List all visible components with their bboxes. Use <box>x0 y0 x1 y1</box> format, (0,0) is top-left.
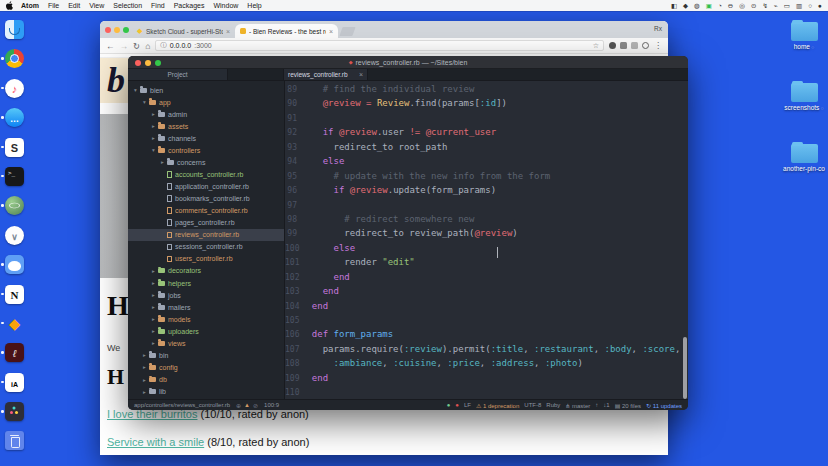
code-line-109[interactable]: 109 end <box>285 371 688 385</box>
status-item[interactable]: LF <box>464 402 471 408</box>
menubar-status-icon[interactable]: ● <box>818 0 822 11</box>
tree-item-lib[interactable]: ▸lib <box>128 386 284 398</box>
code-line-106[interactable]: 106 def form_params <box>285 327 688 341</box>
dock-color-picker[interactable] <box>5 402 24 421</box>
tree-item-pages_controller.rb[interactable]: pages_controller.rb <box>128 217 284 229</box>
browser-tab-bar[interactable]: ◆Sketch Cloud - superHi-Store×- Bien Rev… <box>100 21 668 38</box>
code-line-104[interactable]: 104 end <box>285 299 688 313</box>
tree-item-accounts_controller.rb[interactable]: accounts_controller.rb <box>128 168 284 180</box>
menu-file[interactable]: File <box>48 2 59 9</box>
status-item[interactable]: UTF-8 <box>524 402 541 408</box>
reload-button[interactable]: ↻ <box>133 38 140 54</box>
code-line-90[interactable]: 90 @review = Review.find(params[:id]) <box>285 96 688 110</box>
editor-close-button[interactable] <box>135 60 141 66</box>
menu-atom[interactable]: Atom <box>21 2 39 9</box>
code-line-93[interactable]: 93 redirect_to root_path <box>285 140 688 154</box>
dock-chrome[interactable] <box>5 49 24 68</box>
dock-tweetbot[interactable] <box>5 255 24 274</box>
code-line-94[interactable]: 94 else <box>285 154 688 168</box>
code-line-103[interactable]: 103 end <box>285 284 688 298</box>
code-line-105[interactable]: 105 <box>285 313 688 327</box>
menubar-status-icon[interactable]: ⌁ <box>774 0 778 11</box>
menubar-status-icon[interactable]: ○ <box>808 0 812 11</box>
menu-edit[interactable]: Edit <box>68 2 80 9</box>
dock-trash[interactable] <box>5 431 24 450</box>
status-item[interactable]: ↑ <box>595 402 598 408</box>
menu-window[interactable]: Window <box>213 2 238 9</box>
desktop-folder-screenshots[interactable]: screenshots ◌ <box>783 83 825 111</box>
editor-title-bar[interactable]: ◆ reviews_controller.rb — ~/Sites/bien <box>128 56 688 69</box>
status-cursor-position[interactable]: 100:9 <box>264 402 279 408</box>
menu-view[interactable]: View <box>89 2 104 9</box>
dock-acrobat[interactable] <box>5 343 24 362</box>
browser-zoom-button[interactable] <box>123 27 129 33</box>
browser-tab-1[interactable]: ◆Sketch Cloud - superHi-Store× <box>132 24 235 38</box>
tree-item-helpers[interactable]: ▸helpers <box>128 277 284 289</box>
tree-item-views[interactable]: ▸views <box>128 337 284 349</box>
tab-reviews-controller[interactable]: reviews_controller.rb × <box>284 69 368 80</box>
status-item[interactable]: ⚠ 1 deprecation <box>476 402 519 409</box>
status-item[interactable]: ⋔ master <box>565 402 590 409</box>
code-line-102[interactable]: 102 end <box>285 270 688 284</box>
tab-close-icon[interactable]: × <box>226 28 230 35</box>
dock-music[interactable] <box>5 79 24 98</box>
menubar-status-icon[interactable]: ◔ <box>718 0 722 11</box>
code-line-97[interactable]: 97 <box>285 198 688 212</box>
home-button[interactable]: ⌂ <box>145 38 150 54</box>
tree-item-jobs[interactable]: ▸jobs <box>128 289 284 301</box>
tree-item-controllers[interactable]: ▾controllers <box>128 144 284 156</box>
bookmark-star-icon[interactable]: ☆ <box>593 42 599 50</box>
dock-atom[interactable] <box>5 196 24 215</box>
status-item[interactable]: ● <box>455 402 459 408</box>
tree-item-config[interactable]: ▸config <box>128 361 284 373</box>
menubar-status-icon[interactable]: ▥ <box>796 0 802 11</box>
editor-minimize-button[interactable] <box>145 60 151 66</box>
menubar-status-icon[interactable]: ⊖ <box>728 0 733 11</box>
menubar-status-icon[interactable]: ▭ <box>784 0 790 11</box>
tab-close-icon[interactable]: × <box>359 71 363 78</box>
extension-icon[interactable] <box>642 42 649 49</box>
browser-close-button[interactable] <box>105 27 111 33</box>
code-line-91[interactable]: 91 <box>285 111 688 125</box>
browser-minimize-button[interactable] <box>114 27 120 33</box>
tree-item-app[interactable]: ▾app <box>128 96 284 108</box>
tree-item-assets[interactable]: ▸assets <box>128 120 284 132</box>
menubar-status-icon[interactable]: ▣ <box>706 0 712 11</box>
browser-tab-2[interactable]: - Bien Reviews - the best rev× <box>235 24 338 38</box>
desktop-folder-another-pin-co[interactable]: another-pin-co <box>783 144 825 172</box>
status-item[interactable]: ↓1 <box>603 402 609 408</box>
dock-terminal[interactable] <box>5 167 24 186</box>
code-line-99[interactable]: 99 redirect_to review_path(@review) <box>285 226 688 240</box>
tree-item-uploaders[interactable]: ▸uploaders <box>128 325 284 337</box>
site-info-icon[interactable]: ⓘ <box>160 41 167 50</box>
tree-item-models[interactable]: ▸models <box>128 313 284 325</box>
dock-finder[interactable] <box>5 20 24 39</box>
dock-sketch[interactable] <box>5 314 24 333</box>
tree-item-bin[interactable]: ▸bin <box>128 349 284 361</box>
tree-item-mailers[interactable]: ▸mailers <box>128 301 284 313</box>
code-editor[interactable]: 89 # find the individual review90 @revie… <box>285 81 688 399</box>
menu-find[interactable]: Find <box>151 2 165 9</box>
back-button[interactable]: ← <box>106 38 115 54</box>
tree-item-channels[interactable]: ▸channels <box>128 132 284 144</box>
tree-item-bien[interactable]: ▾bien <box>128 84 284 96</box>
url-field[interactable]: ⓘ 0.0.0.0 :3000 ☆ <box>155 40 604 51</box>
dock-messages[interactable] <box>5 108 24 127</box>
dock-slack[interactable] <box>5 138 24 157</box>
status-file-path[interactable]: app/controllers/reviews_controller.rb <box>134 402 230 408</box>
dock-ia-writer[interactable] <box>5 373 24 392</box>
tree-item-application_controller.rb[interactable]: application_controller.rb <box>128 181 284 193</box>
code-line-96[interactable]: 96 if @review.update(form_params) <box>285 183 688 197</box>
tab-close-icon[interactable]: × <box>329 28 333 35</box>
tree-item-sessions_controller.rb[interactable]: sessions_controller.rb <box>128 241 284 253</box>
browser-profile-label[interactable]: Rx <box>654 25 662 32</box>
code-line-89[interactable]: 89 # find the individual review <box>285 82 688 96</box>
tree-item-reviews_controller.rb[interactable]: reviews_controller.rb <box>128 229 284 241</box>
editor-zoom-button[interactable] <box>155 60 161 66</box>
tree-item-db[interactable]: ▸db <box>128 374 284 386</box>
tree-item-concerns[interactable]: ▸concerns <box>128 156 284 168</box>
status-item[interactable]: ● <box>447 402 451 408</box>
code-line-100[interactable]: 100 else <box>285 241 688 255</box>
extension-icon[interactable] <box>631 42 638 49</box>
tree-item-bookmarks_controller.rb[interactable]: bookmarks_controller.rb <box>128 193 284 205</box>
